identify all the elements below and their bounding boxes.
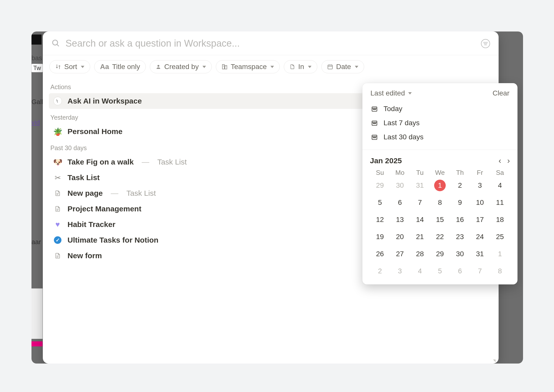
calendar-day[interactable]: 29 (430, 248, 450, 260)
calendar-day[interactable]: 6 (450, 265, 470, 277)
filter-lines-icon[interactable] (481, 39, 490, 48)
calendar-day[interactable]: 22 (430, 231, 450, 243)
calendar-day[interactable]: 21 (410, 231, 430, 243)
chevron-down-icon (408, 92, 412, 94)
calendar-day[interactable]: 7 (470, 265, 490, 277)
chevron-down-icon (355, 66, 358, 68)
calendar-day[interactable]: 26 (370, 248, 390, 260)
calendar-day[interactable]: 12 (370, 213, 390, 226)
calendar-day[interactable]: 1 (490, 248, 510, 260)
svg-point-32 (375, 137, 376, 138)
result-title: Habit Tracker (67, 220, 115, 229)
svg-rect-4 (225, 66, 227, 69)
calendar-day[interactable]: 24 (470, 231, 490, 243)
in-chip[interactable]: In (284, 60, 317, 73)
calendar-days-grid: 2930311234567891011121314151617181920212… (370, 179, 510, 277)
calendar-weekday-row: SuMoTuWeThFrSa (370, 169, 510, 177)
result-title: Task List (67, 173, 100, 182)
calendar-day[interactable]: 17 (470, 213, 490, 226)
calendar-day[interactable]: 29 (370, 179, 390, 192)
chevron-down-icon (308, 66, 311, 68)
heart-icon: ♥ (53, 220, 62, 229)
date-mode-label: Last edited (370, 89, 405, 97)
weekday-label: Fr (470, 169, 490, 177)
page-icon (53, 205, 62, 213)
calendar-icon (370, 105, 378, 113)
created-by-chip[interactable]: Created by (150, 60, 212, 73)
calendar-day[interactable]: 18 (490, 213, 510, 226)
calendar-day[interactable]: 30 (390, 179, 410, 192)
svg-rect-8 (328, 65, 332, 69)
svg-point-30 (373, 137, 374, 138)
weekday-label: Su (370, 169, 390, 177)
quick-last7[interactable]: Last 7 days (368, 116, 512, 130)
calendar-day[interactable]: 28 (410, 248, 430, 260)
svg-point-2 (158, 65, 159, 67)
svg-point-26 (374, 123, 375, 124)
calendar-day[interactable]: 5 (370, 196, 390, 209)
svg-point-0 (53, 40, 58, 45)
quick-today[interactable]: Today (368, 102, 512, 116)
date-clear-button[interactable]: Clear (493, 89, 509, 97)
calendar-day[interactable]: 19 (370, 231, 390, 243)
date-mode-select[interactable]: Last edited (370, 89, 412, 97)
search-row (43, 31, 499, 55)
calendar-day[interactable]: 2 (450, 179, 470, 192)
calendar-day[interactable]: 3 (470, 179, 490, 192)
plant-emoji-icon: 🪴 (53, 127, 62, 136)
scissors-icon: ✂ (53, 173, 62, 182)
title-only-chip[interactable]: Aa Title only (94, 60, 146, 73)
calendar-day[interactable]: 8 (490, 265, 510, 277)
result-title: New form (67, 251, 102, 260)
calendar-day[interactable]: 10 (470, 196, 490, 209)
result-breadcrumb: Task List (126, 189, 156, 198)
weekday-label: Mo (390, 169, 410, 177)
teamspace-label: Teamspace (231, 63, 267, 71)
calendar-day[interactable]: 4 (410, 265, 430, 277)
calendar-day[interactable]: 8 (430, 196, 450, 209)
calendar-day[interactable]: 16 (450, 213, 470, 226)
calendar-day[interactable]: 13 (390, 213, 410, 226)
calendar-day[interactable]: 31 (470, 248, 490, 260)
calendar-next-button[interactable]: › (507, 156, 510, 165)
weekday-label: Th (450, 169, 470, 177)
page-icon (53, 251, 62, 260)
calendar-day[interactable]: 3 (390, 265, 410, 277)
weekday-label: Sa (490, 169, 510, 177)
search-input[interactable] (65, 38, 481, 49)
calendar-day[interactable]: 7 (410, 196, 430, 209)
result-breadcrumb: Task List (157, 158, 187, 166)
calendar-prev-button[interactable]: ‹ (499, 156, 501, 165)
calendar-day[interactable]: 23 (450, 231, 470, 243)
date-chip[interactable]: Date (321, 60, 364, 73)
calendar-day[interactable]: 5 (430, 265, 450, 277)
resize-corner-icon[interactable] (493, 360, 496, 362)
svg-point-25 (373, 123, 374, 124)
app-window: bas Tw Gall vid aar Sort Aa Title only (31, 31, 523, 364)
quick-last30[interactable]: Last 30 days (368, 130, 512, 144)
teamspace-chip[interactable]: Teamspace (216, 60, 280, 73)
calendar-day[interactable]: 4 (490, 179, 510, 192)
calendar-day[interactable]: 9 (450, 196, 470, 209)
in-label: In (298, 63, 304, 71)
result-title: Ultimate Tasks for Notion (67, 236, 158, 244)
sort-chip[interactable]: Sort (49, 60, 90, 73)
calendar-day[interactable]: 11 (490, 196, 510, 209)
calendar-day[interactable]: 27 (390, 248, 410, 260)
calendar-day[interactable]: 25 (490, 231, 510, 243)
calendar-day[interactable]: 6 (390, 196, 410, 209)
calendar-day[interactable]: 15 (430, 213, 450, 226)
calendar-month-label: Jan 2025 (370, 156, 402, 165)
calendar-day[interactable]: 31 (410, 179, 430, 192)
calendar-day[interactable]: 14 (410, 213, 430, 226)
chevron-down-icon (270, 66, 274, 68)
sort-label: Sort (64, 63, 77, 71)
calendar-day[interactable]: 20 (390, 231, 410, 243)
calendar-icon (370, 119, 378, 127)
calendar-day[interactable]: 2 (370, 265, 390, 277)
calendar-day[interactable]: 30 (450, 248, 470, 260)
calendar-day[interactable]: 1 (434, 180, 446, 191)
dog-emoji-icon: 🐶 (53, 158, 62, 166)
check-badge-icon: ✓ (53, 236, 62, 244)
quick-last30-label: Last 30 days (384, 133, 424, 141)
